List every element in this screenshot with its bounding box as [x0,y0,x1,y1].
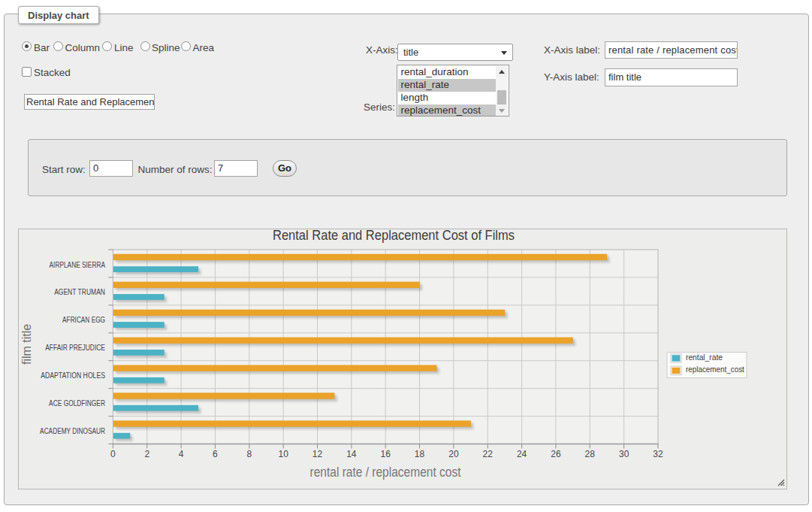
svg-text:rental_rate: rental_rate [686,352,723,362]
svg-text:6: 6 [213,449,218,459]
svg-text:ACADEMY DINOSAUR: ACADEMY DINOSAUR [40,426,105,435]
svg-text:Rental Rate and Replacement Co: Rental Rate and Replacement Cost of Film… [273,229,515,243]
svg-text:AGENT TRUMAN: AGENT TRUMAN [54,287,105,296]
svg-text:AFRICAN EGG: AFRICAN EGG [62,315,105,324]
svg-text:AFFAIR PREJUDICE: AFFAIR PREJUDICE [45,343,105,352]
svg-text:ACE GOLDFINGER: ACE GOLDFINGER [49,398,105,407]
svg-text:14: 14 [346,449,357,459]
svg-text:replacement_cost: replacement_cost [686,364,744,374]
svg-text:28: 28 [585,449,596,459]
svg-text:22: 22 [483,449,494,459]
svg-text:24: 24 [517,449,527,459]
svg-text:30: 30 [619,449,629,459]
svg-text:film title: film title [20,323,33,364]
svg-text:26: 26 [551,449,561,459]
svg-text:10: 10 [278,449,288,459]
svg-text:8: 8 [246,449,252,459]
svg-text:rental rate / replacement cost: rental rate / replacement cost [310,465,461,480]
svg-text:0: 0 [110,449,116,459]
svg-text:12: 12 [312,449,323,459]
svg-text:2: 2 [144,449,149,459]
svg-text:18: 18 [415,449,425,459]
svg-text:16: 16 [381,449,391,459]
svg-text:20: 20 [448,449,459,459]
svg-text:32: 32 [653,449,663,459]
svg-text:AIRPLANE SIERRA: AIRPLANE SIERRA [50,259,106,268]
svg-text:ADAPTATION HOLES: ADAPTATION HOLES [41,371,105,380]
svg-text:4: 4 [179,449,184,459]
